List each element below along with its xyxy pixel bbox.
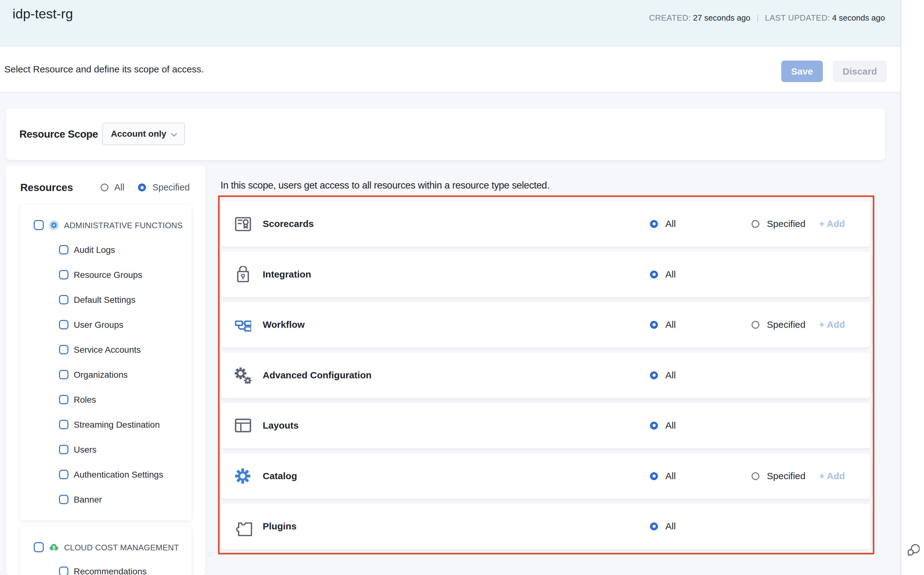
svg-text:$: $ [53,545,55,550]
